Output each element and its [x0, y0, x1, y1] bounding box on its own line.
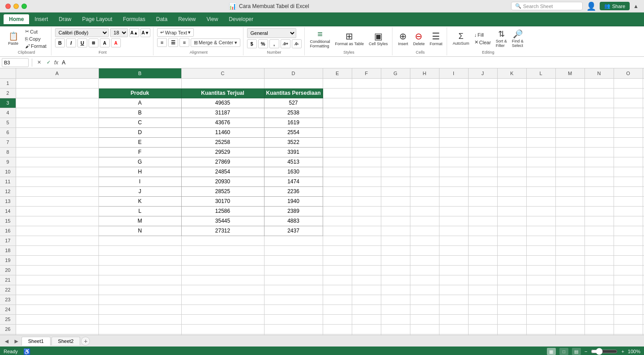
format-painter-button[interactable]: 🖌 Format [23, 43, 48, 49]
italic-button[interactable]: I [66, 38, 76, 47]
cell-N20[interactable] [584, 265, 614, 275]
cell-F13[interactable] [352, 196, 381, 206]
cell-H23[interactable] [410, 295, 439, 304]
cell-C15[interactable]: 35445 [181, 216, 264, 226]
cell-N5[interactable] [584, 118, 614, 127]
cell-N22[interactable] [584, 285, 614, 295]
cell-E15[interactable] [323, 216, 352, 226]
cell-A23[interactable] [16, 295, 98, 304]
cell-B12[interactable]: J [98, 186, 181, 196]
row-num-18[interactable]: 18 [0, 245, 16, 255]
col-header-K[interactable]: K [497, 68, 526, 78]
cell-F9[interactable] [352, 157, 381, 167]
cell-O25[interactable] [614, 314, 643, 324]
cell-M8[interactable] [555, 147, 584, 157]
cell-E4[interactable] [323, 108, 352, 118]
cell-E6[interactable] [323, 127, 352, 137]
cell-I23[interactable] [439, 295, 468, 304]
cell-D9[interactable]: 4513 [264, 157, 323, 167]
cell-J11[interactable] [468, 177, 497, 186]
cell-L17[interactable] [526, 236, 555, 245]
cell-J3[interactable] [468, 98, 497, 108]
cell-K10[interactable] [497, 167, 526, 177]
cell-E16[interactable] [323, 226, 352, 236]
cell-O5[interactable] [614, 118, 643, 127]
cell-H22[interactable] [410, 285, 439, 295]
cell-A14[interactable] [16, 206, 98, 216]
cell-I9[interactable] [439, 157, 468, 167]
cell-K8[interactable] [497, 147, 526, 157]
row-num-20[interactable]: 20 [0, 265, 16, 275]
cell-G1[interactable] [381, 78, 410, 88]
cell-M1[interactable] [555, 78, 584, 88]
find-select-button[interactable]: 🔎 Find &Select [510, 29, 525, 49]
cell-G16[interactable] [381, 226, 410, 236]
cell-H27[interactable] [410, 334, 439, 335]
cell-L9[interactable] [526, 157, 555, 167]
cell-C23[interactable] [181, 295, 264, 304]
cell-H26[interactable] [410, 324, 439, 334]
cell-G2[interactable] [381, 88, 410, 98]
tab-view[interactable]: View [201, 14, 224, 24]
cell-H3[interactable] [410, 98, 439, 108]
cell-D7[interactable]: 3522 [264, 137, 323, 147]
comma-button[interactable]: , [269, 39, 279, 48]
cell-J10[interactable] [468, 167, 497, 177]
cell-F26[interactable] [352, 324, 381, 334]
cell-G12[interactable] [381, 186, 410, 196]
row-num-14[interactable]: 14 [0, 206, 16, 216]
cell-I6[interactable] [439, 127, 468, 137]
cell-E27[interactable] [323, 334, 352, 335]
cell-M5[interactable] [555, 118, 584, 127]
cell-N19[interactable] [584, 255, 614, 265]
cell-J7[interactable] [468, 137, 497, 147]
cell-M11[interactable] [555, 177, 584, 186]
cell-G17[interactable] [381, 236, 410, 245]
cell-D11[interactable]: 1474 [264, 177, 323, 186]
cell-K25[interactable] [497, 314, 526, 324]
cell-B8[interactable]: F [98, 147, 181, 157]
cell-E20[interactable] [323, 265, 352, 275]
delete-button[interactable]: ⊖ Delete [411, 31, 426, 47]
cell-O4[interactable] [614, 108, 643, 118]
zoom-slider[interactable] [591, 348, 618, 355]
cell-N7[interactable] [584, 137, 614, 147]
row-num-2[interactable]: 2 [0, 88, 16, 98]
cell-A10[interactable] [16, 167, 98, 177]
cell-K14[interactable] [497, 206, 526, 216]
cell-B9[interactable]: G [98, 157, 181, 167]
cell-I16[interactable] [439, 226, 468, 236]
cell-L13[interactable] [526, 196, 555, 206]
cell-C21[interactable] [181, 275, 264, 285]
cell-G24[interactable] [381, 304, 410, 314]
cell-N13[interactable] [584, 196, 614, 206]
cell-M21[interactable] [555, 275, 584, 285]
cell-O10[interactable] [614, 167, 643, 177]
cell-C12[interactable]: 28525 [181, 186, 264, 196]
cell-O3[interactable] [614, 98, 643, 108]
cell-O9[interactable] [614, 157, 643, 167]
cell-J8[interactable] [468, 147, 497, 157]
cell-G15[interactable] [381, 216, 410, 226]
cell-D25[interactable] [264, 314, 323, 324]
cell-D2[interactable]: Kuantitas Persediaan [264, 88, 323, 98]
cell-A1[interactable] [16, 78, 98, 88]
cell-A25[interactable] [16, 314, 98, 324]
scroll-right-tab-button[interactable]: ► [12, 338, 21, 345]
cell-O8[interactable] [614, 147, 643, 157]
cell-O24[interactable] [614, 304, 643, 314]
cell-L20[interactable] [526, 265, 555, 275]
row-num-16[interactable]: 16 [0, 226, 16, 236]
cell-F18[interactable] [352, 245, 381, 255]
cell-M16[interactable] [555, 226, 584, 236]
sort-filter-button[interactable]: ⇅ Sort &Filter [494, 29, 509, 49]
cell-A8[interactable] [16, 147, 98, 157]
cell-M19[interactable] [555, 255, 584, 265]
cell-A12[interactable] [16, 186, 98, 196]
cell-K5[interactable] [497, 118, 526, 127]
cell-G25[interactable] [381, 314, 410, 324]
align-right-button[interactable]: ≡ [179, 38, 189, 47]
cell-O13[interactable] [614, 196, 643, 206]
col-header-F[interactable]: F [352, 68, 381, 78]
sheet-tab-sheet2[interactable]: Sheet2 [51, 337, 81, 345]
